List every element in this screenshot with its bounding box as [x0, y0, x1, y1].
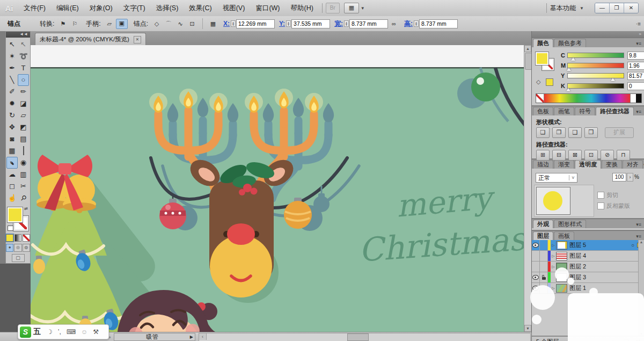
merge-icon[interactable]: ⊠ — [568, 150, 582, 161]
expand-triangle-icon[interactable]: ▷ — [551, 254, 556, 258]
opacity-spinner-icon[interactable]: › — [627, 173, 633, 182]
object-thumbnail[interactable] — [536, 187, 570, 215]
swap-fill-stroke-icon[interactable]: ⇄ — [24, 206, 28, 211]
line-tool[interactable]: ╲ — [6, 74, 18, 86]
scroll-left-icon[interactable]: ‹ — [199, 333, 207, 340]
ellipse-tool[interactable]: ○ — [18, 74, 29, 86]
fill-swatch[interactable] — [536, 52, 548, 65]
current-tool-field[interactable]: 吸管 ▶ — [114, 333, 195, 341]
ime-logo[interactable]: S — [20, 327, 31, 338]
channel-k-slider[interactable] — [567, 83, 624, 89]
connect-anchor-icon[interactable]: ⌒ — [163, 19, 174, 28]
layer-row-5[interactable]: ▷ 图层 5 ○ — [532, 240, 644, 251]
x-label[interactable]: X: — [223, 20, 230, 27]
free-transform-tool[interactable]: ◩ — [18, 121, 29, 133]
channel-c-slider[interactable] — [567, 53, 624, 58]
menu-edit[interactable]: 编辑(E) — [51, 0, 84, 16]
status-expand-icon[interactable]: ▶ — [190, 335, 195, 339]
minus-front-icon[interactable]: ❐ — [552, 127, 566, 138]
expand-triangle-icon[interactable]: ▷ — [551, 243, 556, 248]
outline-icon[interactable]: ⊘ — [601, 150, 614, 161]
ime-profile-icon[interactable]: ☺ — [81, 328, 87, 336]
layer-name[interactable]: 图层 2 — [569, 263, 635, 271]
cut-path-icon[interactable]: ∿ — [175, 19, 186, 28]
horizontal-scrollbar[interactable]: ‹ — [199, 333, 531, 341]
minimize-button[interactable]: — — [595, 3, 609, 13]
target-icon[interactable]: ○ — [628, 242, 637, 248]
ime-keyboard-icon[interactable]: ⌨ — [67, 328, 76, 336]
ime-moon-icon[interactable]: ☽ — [47, 328, 53, 336]
tab-layers[interactable]: 图层 — [533, 231, 553, 240]
layer-name[interactable]: 图层 4 — [569, 252, 635, 260]
channel-y-input[interactable] — [627, 72, 644, 80]
gradient-mode-button[interactable] — [14, 234, 22, 242]
height-spinner[interactable]: ▲▼ — [414, 20, 419, 27]
panel-menu-icon[interactable]: ▾≡ — [636, 109, 644, 115]
tab-symbols[interactable]: 符号 — [575, 107, 595, 115]
tab-graphic-styles[interactable]: 图形样式 — [554, 220, 586, 228]
document-tab[interactable]: 未标题-4* @ 200% (CMYK/预览) ✕ — [35, 33, 146, 46]
link-dimensions-icon[interactable]: ∞ — [389, 19, 399, 28]
scroll-down-icon[interactable]: ▼ — [524, 325, 531, 332]
color-spectrum-bar[interactable] — [536, 93, 642, 103]
visibility-toggle[interactable] — [532, 272, 540, 282]
screen-mode-button[interactable]: ▢ — [12, 254, 25, 262]
hand-tool[interactable]: ☝ — [6, 192, 18, 204]
perspective-grid-tool[interactable]: ▤ — [18, 133, 29, 145]
arrange-documents-icon[interactable]: ▦ — [344, 3, 359, 13]
horizontal-scroll-thumb[interactable] — [347, 333, 369, 341]
tab-brushes[interactable]: 画笔 — [554, 107, 574, 115]
layer-thumbnail[interactable] — [556, 241, 567, 250]
minus-back-icon[interactable]: ⊓ — [617, 150, 630, 161]
spectrum-ramp[interactable] — [544, 94, 630, 103]
reference-point-icon[interactable]: ▦ — [208, 19, 218, 28]
tab-appearance[interactable]: 外观 — [533, 220, 553, 228]
magic-wand-tool[interactable]: ✶ — [6, 50, 18, 62]
visibility-toggle[interactable] — [532, 251, 540, 261]
layer-thumbnail[interactable] — [556, 284, 567, 293]
rotate-tool[interactable]: ↻ — [6, 110, 18, 121]
panel-menu-icon[interactable]: ▾≡ — [636, 222, 644, 228]
layer-name[interactable]: 图层 1 — [569, 284, 635, 292]
gradient-tool[interactable] — [18, 145, 29, 157]
canvas-artwork[interactable]: merry Christmas — [31, 45, 531, 332]
menu-type[interactable]: 文字(T) — [118, 0, 151, 16]
convert-to-corner-icon[interactable]: ⚑ — [57, 19, 68, 28]
tab-color-guide[interactable]: 颜色参考 — [554, 39, 586, 47]
menu-view[interactable]: 视图(V) — [217, 0, 251, 16]
y-spinner[interactable]: ▲▼ — [286, 20, 291, 27]
restore-button[interactable]: ❐ — [609, 3, 624, 13]
isolate-selection-icon[interactable]: ⊡ — [187, 19, 197, 28]
layer-row-2[interactable]: ▷ 图层 2 ○ — [532, 262, 644, 272]
draw-inside-button[interactable]: ◍ — [23, 244, 30, 252]
ime-settings-icon[interactable]: ⚒ — [93, 328, 99, 336]
fill-stroke-mini[interactable] — [536, 52, 558, 75]
menu-select[interactable]: 选择(S) — [151, 0, 184, 16]
layer-row-3[interactable]: 图层 3 ○ — [532, 272, 644, 283]
lock-toggle[interactable] — [540, 262, 548, 272]
bridge-icon[interactable]: Br — [326, 3, 340, 13]
height-label[interactable]: 高: — [404, 19, 413, 28]
channel-y-slider[interactable] — [567, 73, 624, 78]
panel-menu-icon[interactable]: ▾≡ — [636, 41, 644, 47]
crop-icon[interactable]: ⊡ — [584, 150, 598, 161]
eraser-tool[interactable]: ◪ — [18, 98, 29, 110]
x-spinner[interactable]: ▲▼ — [231, 20, 236, 27]
type-tool[interactable]: T — [18, 62, 29, 74]
opacity-value[interactable]: 100 — [612, 173, 626, 182]
visibility-toggle[interactable] — [532, 262, 540, 272]
layer-row-4[interactable]: ▷ 图层 4 ○ — [532, 251, 644, 262]
y-label[interactable]: Y: — [279, 20, 285, 27]
color-mode-button[interactable] — [6, 234, 13, 242]
layer-name[interactable]: 图层 3 — [569, 273, 635, 281]
channel-m-input[interactable] — [627, 62, 644, 70]
tab-artboards[interactable]: 画板 — [554, 231, 574, 240]
draw-behind-button[interactable]: ◎ — [14, 244, 21, 252]
tab-stroke[interactable]: 描边 — [533, 160, 553, 169]
paintbrush-tool[interactable]: ✐ — [6, 86, 18, 98]
ime-punctuation-icon[interactable]: ’, — [58, 328, 61, 336]
chevron-down-icon[interactable]: ˅ — [569, 175, 577, 180]
none-color-swatch[interactable] — [536, 94, 544, 103]
tab-color[interactable]: 颜色 — [533, 39, 553, 47]
visibility-toggle[interactable] — [532, 240, 540, 250]
